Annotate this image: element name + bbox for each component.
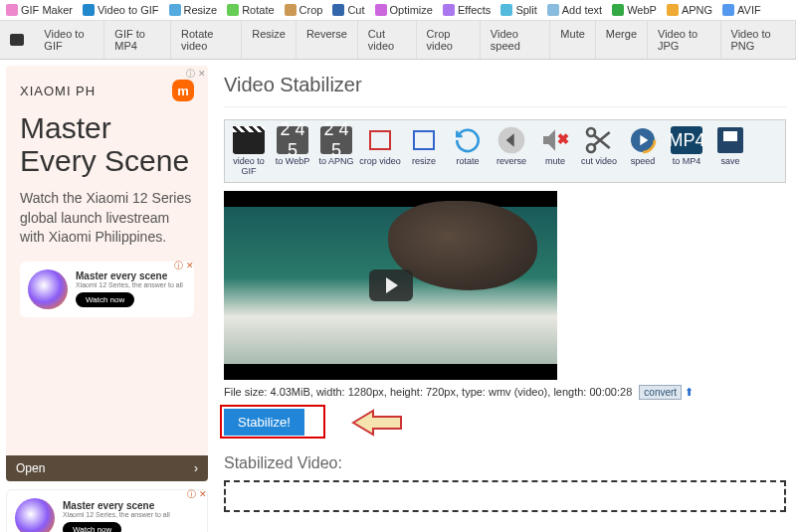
camera-icon (10, 34, 24, 46)
ad-title: Master Every Scene (20, 111, 194, 177)
tool-cut-video[interactable]: cut video (577, 124, 621, 178)
tool-to-MP4[interactable]: MP4to MP4 (665, 124, 708, 178)
swirl-icon (15, 498, 55, 532)
ad-xiaomi[interactable]: ⓘ ✕ XIAOMI PH m Master Every Scene Watch… (6, 66, 208, 455)
convert-button[interactable]: convert (639, 385, 682, 400)
subnav-gif-to-mp4[interactable]: GIF to MP4 (104, 21, 171, 59)
subnav-video-to-png[interactable]: Video to PNG (721, 21, 796, 59)
topnav-effects[interactable]: Effects (443, 4, 491, 16)
subnav-crop-video[interactable]: Crop video (417, 21, 481, 59)
topnav-webp[interactable]: WebP (612, 4, 657, 16)
subnav-video-to-jpg[interactable]: Video to JPG (648, 21, 721, 59)
topnav-crop[interactable]: Crop (285, 4, 323, 16)
ad-watch-button[interactable]: Watch now (76, 292, 134, 307)
main-content: Video Stabilizer video to GIF2 4 5to Web… (214, 60, 796, 532)
topnav-optimize[interactable]: Optimize (375, 4, 433, 16)
tool-to-WebP[interactable]: 2 4 5to WebP (271, 124, 314, 178)
tool-to-APNG[interactable]: 2 4 5to APNG (314, 124, 358, 178)
tool-video-to-GIF[interactable]: video to GIF (227, 124, 271, 178)
topnav-resize[interactable]: Resize (169, 4, 218, 16)
topnav-split[interactable]: Split (500, 4, 536, 16)
tool-rotate[interactable]: rotate (446, 124, 490, 178)
ad-card-title: Master every scene (76, 270, 183, 281)
topnav-video-to-gif[interactable]: Video to GIF (83, 4, 159, 16)
play-icon[interactable] (369, 269, 413, 301)
tool-speed[interactable]: speed (621, 124, 665, 178)
topnav-apng[interactable]: APNG (667, 4, 712, 16)
output-dropzone[interactable] (224, 480, 786, 512)
tool-crop-video[interactable]: crop video (358, 124, 402, 178)
stabilize-button[interactable]: Stabilize! (224, 409, 304, 436)
top-nav: GIF MakerVideo to GIFResizeRotateCropCut… (0, 0, 796, 21)
ad-close-icon[interactable]: ⓘ ✕ (186, 68, 206, 81)
subnav-video-to-gif[interactable]: Video to GIF (34, 21, 104, 59)
page-title: Video Stabilizer (224, 74, 786, 107)
ad-secondary[interactable]: ⓘ ✕ Master every scene Xiaomi 12 Series,… (6, 489, 208, 532)
subnav-mute[interactable]: Mute (550, 21, 595, 59)
ad-brand: XIAOMI PH (20, 84, 96, 98)
xiaomi-logo-icon: m (172, 80, 194, 101)
subnav-rotate-video[interactable]: Rotate video (171, 21, 242, 59)
tool-reverse[interactable]: reverse (490, 124, 533, 178)
subnav-cut-video[interactable]: Cut video (358, 21, 417, 59)
sub-nav: Video to GIFGIF to MP4Rotate videoResize… (0, 21, 796, 60)
subnav-video-speed[interactable]: Video speed (481, 21, 551, 59)
ad-body: Watch the Xiaomi 12 Series global launch… (20, 189, 194, 248)
tool-resize[interactable]: resize (402, 124, 446, 178)
subnav-merge[interactable]: Merge (596, 21, 648, 59)
tool-save[interactable]: save (708, 124, 752, 178)
ads-sidebar: ⓘ ✕ XIAOMI PH m Master Every Scene Watch… (0, 60, 214, 532)
ad-card-sub: Xiaomi 12 Series, the answer to all (76, 281, 183, 288)
ad-open-button[interactable]: Open› (6, 455, 208, 481)
video-player[interactable] (224, 191, 557, 380)
topnav-gif-maker[interactable]: GIF Maker (6, 4, 73, 16)
subnav-reverse[interactable]: Reverse (297, 21, 358, 59)
chevron-right-icon: › (194, 461, 198, 475)
video-toolbar: video to GIF2 4 5to WebP2 4 5to APNGcrop… (224, 119, 786, 183)
tool-mute[interactable]: mute (533, 124, 577, 178)
file-info: File size: 4.03MiB, width: 1280px, heigh… (224, 386, 786, 399)
topnav-add-text[interactable]: Add text (547, 4, 602, 16)
swirl-icon (28, 269, 68, 309)
ad-card[interactable]: ⓘ ✕ Master every scene Xiaomi 12 Series,… (20, 262, 194, 317)
subnav-resize[interactable]: Resize (242, 21, 297, 59)
topnav-avif[interactable]: AVIF (722, 4, 761, 16)
upload-icon[interactable]: ⬆ (685, 386, 694, 398)
stabilized-label: Stabilized Video: (224, 454, 786, 472)
svg-marker-5 (353, 411, 401, 435)
arrow-icon (351, 408, 405, 441)
topnav-cut[interactable]: Cut (332, 4, 364, 16)
topnav-rotate[interactable]: Rotate (227, 4, 274, 16)
